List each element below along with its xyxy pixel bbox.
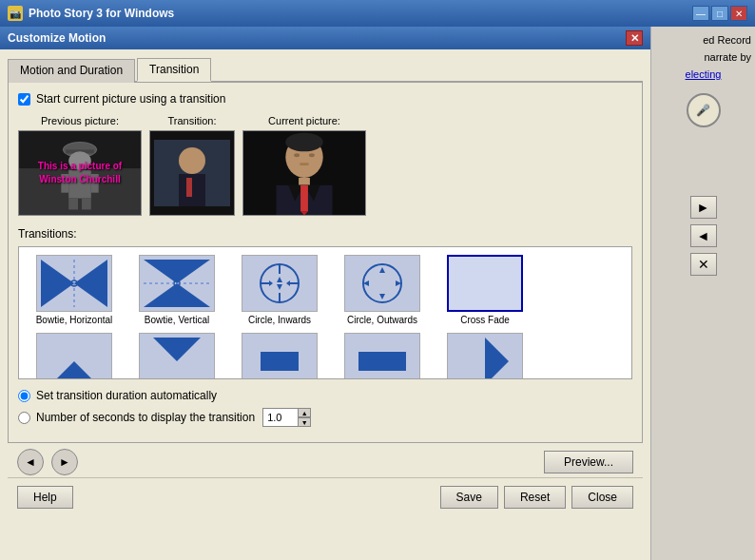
- transition-circle-out[interactable]: Circle, Outwards: [335, 255, 430, 325]
- previous-picture-item: Previous picture:: [18, 115, 142, 216]
- nav-preview-row: ◄ ► Preview...: [8, 443, 643, 477]
- current-picture-svg: [243, 130, 365, 216]
- svg-rect-26: [300, 185, 308, 212]
- sidebar-link[interactable]: electing: [686, 68, 722, 80]
- svg-rect-9: [82, 199, 91, 210]
- app-title: Photo Story 3 for Windows: [29, 7, 692, 20]
- duration-input[interactable]: [263, 412, 298, 423]
- row2-2-thumb: [139, 333, 215, 378]
- row2-5-thumb: [447, 333, 523, 378]
- transition-circle-in[interactable]: Circle, Inwards: [232, 255, 327, 325]
- start-transition-label: Start current picture using a transition: [36, 92, 225, 106]
- duration-options: Set transition duration automatically Nu…: [18, 389, 632, 427]
- svg-rect-54: [452, 260, 518, 307]
- previous-picture-preview: This is a picture ofWinston Churchill: [18, 130, 142, 216]
- bowtie-h-label: Bowtie, Horizontal: [36, 315, 113, 325]
- prev-picture-label: Previous picture:: [41, 115, 119, 126]
- transition-preview-item: Transition:: [149, 115, 235, 216]
- preview-button[interactable]: Preview...: [544, 451, 633, 473]
- spinbox-up-button[interactable]: ▲: [298, 408, 311, 417]
- svg-rect-8: [68, 199, 78, 210]
- sidebar-text1: ed Record: [655, 34, 751, 46]
- app-close-button[interactable]: ✕: [730, 6, 747, 21]
- start-transition-row: Start current picture using a transition: [18, 92, 632, 106]
- svg-point-12: [179, 147, 205, 174]
- prev-pic-text-overlay: This is a picture ofWinston Churchill: [34, 156, 126, 190]
- bowtie-h-thumb: [36, 255, 112, 312]
- circle-in-label: Circle, Inwards: [248, 315, 311, 325]
- minimize-button[interactable]: —: [692, 6, 709, 21]
- svg-rect-48: [349, 260, 416, 307]
- cross-fade-label: Cross Fade: [460, 315, 510, 325]
- svg-rect-62: [358, 352, 406, 371]
- app-titlebar: 📷 Photo Story 3 for Windows — □ ✕: [0, 0, 755, 27]
- transition-preview-box: [149, 130, 235, 216]
- dialog-title: Customize Motion: [8, 31, 626, 45]
- transition-bowtie-h[interactable]: Bowtie, Horizontal: [27, 255, 122, 325]
- transition-panel: Start current picture using a transition…: [8, 83, 643, 443]
- row2-4-thumb: [344, 333, 420, 378]
- transitions-grid: Bowtie, Horizontal: [27, 255, 624, 378]
- save-button[interactable]: Save: [440, 486, 498, 509]
- transition-preview-svg: [154, 140, 230, 206]
- maximize-button[interactable]: □: [711, 6, 728, 21]
- manual-duration-radio[interactable]: [18, 412, 30, 424]
- row2-1-thumb: [36, 333, 112, 378]
- close-button[interactable]: Close: [571, 486, 633, 509]
- tab-transition[interactable]: Transition: [137, 58, 211, 82]
- tab-motion-duration[interactable]: Motion and Duration: [8, 59, 135, 83]
- transitions-section-label: Transitions:: [18, 227, 632, 241]
- bottom-buttons-row: Help Save Reset Close: [8, 477, 643, 516]
- auto-duration-radio[interactable]: [18, 390, 30, 402]
- current-picture-item: Current picture:: [242, 115, 366, 216]
- app-icon: 📷: [8, 6, 23, 21]
- svg-rect-22: [299, 178, 310, 185]
- auto-duration-label: Set transition duration automatically: [36, 389, 217, 402]
- bowtie-v-label: Bowtie, Vertical: [145, 315, 209, 325]
- sidebar-arrow-right[interactable]: ►: [690, 196, 717, 219]
- transition-bowtie-v[interactable]: Bowtie, Vertical: [129, 255, 224, 325]
- dialog-close-button[interactable]: ✕: [626, 30, 643, 46]
- sidebar-text2: narrate by: [655, 51, 751, 63]
- sidebar-arrow-left[interactable]: ◄: [690, 224, 717, 247]
- previews-row: Previous picture:: [18, 115, 632, 216]
- transition-row2-4[interactable]: [335, 333, 430, 378]
- circle-out-thumb: [344, 255, 420, 312]
- svg-rect-21: [300, 163, 309, 165]
- nav-forward-button[interactable]: ►: [51, 449, 78, 475]
- transition-cross-fade[interactable]: Cross Fade: [437, 255, 532, 325]
- reset-button[interactable]: Reset: [504, 486, 566, 509]
- transitions-container: Bowtie, Horizontal: [18, 246, 632, 379]
- transition-row2-1[interactable]: [27, 333, 122, 378]
- manual-duration-label: Number of seconds to display the transit…: [36, 411, 255, 424]
- microphone-button[interactable]: 🎤: [687, 93, 721, 127]
- transition-row2-3[interactable]: [232, 333, 327, 378]
- transitions-scroll[interactable]: Bowtie, Horizontal: [19, 247, 631, 378]
- tab-bar: Motion and Duration Transition: [8, 57, 643, 83]
- auto-duration-row: Set transition duration automatically: [18, 389, 632, 402]
- row2-3-thumb: [242, 333, 318, 378]
- duration-spinbox: ▲ ▼: [262, 408, 310, 427]
- right-sidebar: ed Record narrate by electing 🎤 ► ◄ ✕: [650, 27, 755, 560]
- transition-row2-5[interactable]: [437, 333, 532, 378]
- prev-pic-inner: This is a picture ofWinston Churchill: [19, 131, 141, 215]
- titlebar-buttons: — □ ✕: [692, 6, 747, 21]
- circle-in-thumb: [242, 255, 318, 312]
- sidebar-arrow-close[interactable]: ✕: [690, 253, 717, 276]
- transition-preview-label: Transition:: [168, 115, 217, 126]
- manual-duration-row: Number of seconds to display the transit…: [18, 408, 632, 427]
- transition-row2-2[interactable]: [129, 333, 224, 378]
- start-transition-checkbox[interactable]: [18, 93, 30, 106]
- circle-out-label: Circle, Outwards: [347, 315, 417, 325]
- nav-back-button[interactable]: ◄: [17, 449, 44, 475]
- current-picture-preview: [242, 130, 366, 216]
- spinbox-down-button[interactable]: ▼: [298, 417, 311, 427]
- help-button[interactable]: Help: [17, 486, 73, 509]
- svg-rect-60: [261, 352, 299, 371]
- right-buttons: Save Reset Close: [440, 486, 633, 509]
- bowtie-v-thumb: [139, 255, 215, 312]
- svg-point-18: [285, 133, 322, 152]
- customize-motion-dialog: Customize Motion ✕ Motion and Duration T…: [0, 27, 650, 560]
- mic-icon: 🎤: [696, 104, 710, 117]
- curr-picture-label: Current picture:: [268, 115, 340, 126]
